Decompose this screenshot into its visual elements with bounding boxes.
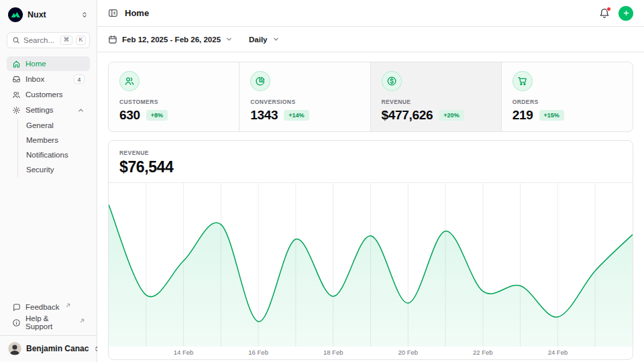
external-link-icon	[80, 318, 85, 323]
sidebar-item-customers[interactable]: Customers	[7, 87, 90, 102]
sidebar-item-label: Customers	[25, 90, 63, 99]
sidebar-item-home[interactable]: Home	[7, 56, 90, 71]
x-axis-label: 22 Feb	[473, 349, 493, 356]
page-title: Home	[125, 8, 149, 18]
page-header: Home	[97, 0, 644, 27]
sidebar-item-help-support[interactable]: Help & Support	[7, 315, 90, 330]
nuxt-logo	[8, 7, 23, 22]
stat-card-orders[interactable]: ORDERS 219 +15%	[502, 62, 633, 131]
inbox-icon	[12, 75, 21, 84]
stat-value: 1343	[250, 108, 278, 123]
notification-dot	[606, 7, 611, 11]
stat-value: 219	[513, 108, 533, 123]
chevron-down-icon	[272, 36, 280, 43]
x-axis-label: 16 Feb	[248, 349, 268, 356]
search-input[interactable]	[23, 36, 57, 44]
sidebar-item-feedback[interactable]: Feedback	[7, 300, 90, 314]
stat-card-revenue[interactable]: REVENUE $477,626 +20%	[371, 62, 502, 131]
stat-delta-badge: +15%	[539, 110, 564, 121]
revenue-area-chart[interactable]	[109, 183, 633, 347]
sidebar-footer: Feedback Help & Support	[7, 300, 90, 358]
period-select[interactable]: Daily	[249, 36, 280, 44]
sidebar-nav: Home Inbox 4 Customers	[7, 56, 90, 178]
sidebar: Nuxt ⌘ K Home	[0, 0, 97, 362]
sidebar-item-label: Inbox	[25, 75, 44, 83]
content: CUSTOMERS 630 +8% CONVERSIONS 1343 +14%	[97, 52, 644, 362]
chat-bubble-icon	[12, 303, 21, 312]
new-item-button[interactable]	[619, 6, 633, 21]
x-axis-label: 24 Feb	[548, 349, 568, 356]
users-icon	[12, 90, 21, 99]
sidebar-item-notifications[interactable]: Notifications	[18, 148, 90, 162]
period-label: Daily	[249, 36, 268, 44]
stats-row: CUSTOMERS 630 +8% CONVERSIONS 1343 +14%	[108, 62, 633, 132]
x-axis-label: 18 Feb	[323, 349, 343, 356]
stat-delta-badge: +20%	[439, 110, 464, 121]
users-icon	[119, 71, 140, 91]
chart-x-axis: 14 Feb 16 Feb 18 Feb 20 Feb 22 Feb 24 Fe…	[109, 347, 633, 359]
sidebar-item-label: Help & Support	[25, 314, 74, 330]
info-circle-icon	[12, 318, 21, 327]
sidebar-item-members[interactable]: Members	[18, 133, 90, 147]
chart-header: REVENUE $76,544	[109, 141, 633, 183]
sidebar-item-inbox[interactable]: Inbox 4	[7, 72, 90, 86]
sidebar-item-label: Settings	[25, 106, 54, 114]
workspace-name: Nuxt	[28, 10, 46, 19]
toolbar: Feb 12, 2025 - Feb 26, 2025 Daily	[97, 27, 644, 52]
user-name: Benjamin Canac	[26, 344, 89, 353]
avatar	[8, 342, 21, 355]
kbd-meta: ⌘	[60, 36, 72, 45]
stat-card-conversions[interactable]: CONVERSIONS 1343 +14%	[239, 62, 370, 131]
chevron-up-down-icon	[80, 11, 89, 19]
stat-label: REVENUE	[382, 99, 490, 105]
inbox-count-badge: 4	[74, 74, 85, 84]
stat-delta-badge: +8%	[146, 110, 168, 121]
home-icon	[12, 60, 21, 68]
calendar-icon	[108, 35, 117, 44]
revenue-chart-card: REVENUE $76,544 14 Feb 16 Feb 18 Feb	[108, 140, 633, 360]
chevron-down-icon	[225, 36, 233, 43]
sidebar-item-security[interactable]: Security	[18, 163, 90, 177]
chart-metric-value: $76,544	[119, 158, 622, 176]
shopping-cart-icon	[513, 71, 533, 91]
stat-label: ORDERS	[513, 99, 622, 105]
stat-delta-badge: +14%	[284, 110, 309, 121]
chart-canvas[interactable]	[109, 183, 633, 347]
plus-icon	[622, 9, 631, 17]
search-icon	[12, 36, 20, 44]
x-axis-label: 20 Feb	[398, 349, 418, 356]
sidebar-item-label: Feedback	[25, 303, 60, 311]
sidebar-item-settings[interactable]: Settings	[7, 103, 90, 117]
dollar-circle-icon	[382, 71, 402, 91]
chart-pie-icon	[250, 71, 270, 91]
chart-metric-label: REVENUE	[119, 149, 622, 156]
stat-card-customers[interactable]: CUSTOMERS 630 +8%	[109, 62, 239, 131]
date-range-picker[interactable]: Feb 12, 2025 - Feb 26, 2025	[108, 35, 233, 44]
gear-icon	[12, 106, 21, 115]
collapse-sidebar-button[interactable]	[108, 8, 118, 18]
kbd-k: K	[76, 36, 86, 45]
stat-value: 630	[119, 108, 140, 123]
stat-label: CONVERSIONS	[250, 99, 359, 105]
chevron-up-icon	[77, 107, 85, 114]
external-link-icon	[66, 303, 70, 308]
stat-value: $477,626	[382, 108, 433, 123]
sidebar-item-general[interactable]: General	[18, 119, 90, 133]
search-box[interactable]: ⌘ K	[7, 32, 90, 48]
date-range-label: Feb 12, 2025 - Feb 26, 2025	[122, 36, 221, 44]
main-area: Home Feb 12,	[97, 0, 644, 362]
workspace-selector[interactable]: Nuxt	[7, 7, 90, 23]
stat-label: CUSTOMERS	[119, 99, 228, 105]
notifications-button[interactable]	[599, 8, 610, 19]
sidebar-item-label: Home	[25, 60, 46, 68]
user-menu[interactable]: Benjamin Canac	[7, 341, 90, 357]
user-section: Benjamin Canac	[0, 335, 97, 358]
x-axis-label: 14 Feb	[174, 349, 194, 356]
settings-subnav: General Members Notifications Security	[17, 119, 90, 177]
